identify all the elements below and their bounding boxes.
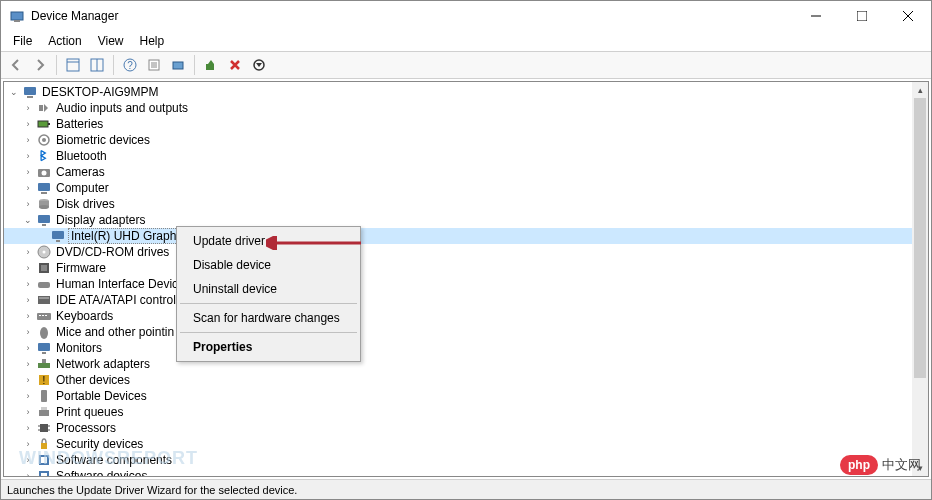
tree-item[interactable]: ›Bluetooth [4,148,928,164]
tree-item-label: Network adapters [54,357,152,371]
expand-icon[interactable]: › [22,454,34,466]
svg-rect-33 [38,215,50,223]
dvd-icon [36,244,52,260]
expand-icon[interactable]: › [22,470,34,477]
context-menu-item[interactable]: Disable device [179,253,358,277]
expand-icon[interactable]: › [22,422,34,434]
tree-item-label: Processors [54,421,118,435]
expand-icon[interactable]: › [22,246,34,258]
tree-child-item[interactable]: Intel(R) UHD Graphics [4,228,928,244]
expand-icon[interactable]: › [22,342,34,354]
tree-item[interactable]: ›Batteries [4,116,928,132]
expand-icon[interactable]: › [22,374,34,386]
tree-root[interactable]: ⌄DESKTOP-AIG9MPM [4,84,928,100]
tree-item-label: DVD/CD-ROM drives [54,245,171,259]
tree-item[interactable]: ›Network adapters [4,356,928,372]
tree-item[interactable]: ›Keyboards [4,308,928,324]
biometric-icon [36,132,52,148]
maximize-button[interactable] [839,1,885,31]
context-menu-item[interactable]: Scan for hardware changes [179,306,358,330]
close-button[interactable] [885,1,931,31]
scrollbar-thumb[interactable] [914,98,926,378]
toolbar-icon-1[interactable] [62,54,84,76]
svg-rect-1 [14,20,20,22]
tree-item[interactable]: ›Firmware [4,260,928,276]
expand-icon[interactable]: › [22,198,34,210]
tree-item[interactable]: ›Human Interface Devic [4,276,928,292]
display-icon [50,228,66,244]
tree-item[interactable]: ›!Other devices [4,372,928,388]
menu-action[interactable]: Action [40,32,89,50]
properties-icon[interactable] [143,54,165,76]
tree-item[interactable]: ⌄Display adapters [4,212,928,228]
expand-icon[interactable]: › [22,102,34,114]
tree-item[interactable]: ›Disk drives [4,196,928,212]
update-driver-icon[interactable] [200,54,222,76]
software-icon [36,452,52,468]
tree-item[interactable]: ›Mice and other pointin [4,324,928,340]
device-tree[interactable]: ⌄DESKTOP-AIG9MPM›Audio inputs and output… [3,81,929,477]
expand-icon[interactable]: › [22,310,34,322]
computer-icon [22,84,38,100]
camera-icon [36,164,52,180]
expand-icon[interactable]: › [22,166,34,178]
svg-rect-55 [41,390,47,402]
tree-item[interactable]: ›Print queues [4,404,928,420]
tree-item[interactable]: ›DVD/CD-ROM drives [4,244,928,260]
tree-item[interactable]: ›Security devices [4,436,928,452]
expand-icon[interactable]: › [22,438,34,450]
tree-item[interactable]: ›Processors [4,420,928,436]
collapse-icon[interactable]: ⌄ [8,86,20,98]
portable-icon [36,388,52,404]
expand-icon[interactable]: › [22,294,34,306]
expand-icon[interactable]: ⌄ [22,214,34,226]
svg-rect-0 [11,12,23,20]
tree-item[interactable]: ›IDE ATA/ATAPI controlle [4,292,928,308]
tree-item[interactable]: ›Software devices [4,468,928,477]
forward-button[interactable] [29,54,51,76]
uninstall-icon[interactable] [224,54,246,76]
context-menu-item[interactable]: Update driver [179,229,358,253]
expand-icon[interactable]: › [22,390,34,402]
tree-item[interactable]: ›Computer [4,180,928,196]
tree-item[interactable]: ›Software components [4,452,928,468]
context-menu-item[interactable]: Properties [179,335,358,359]
toolbar: ? [1,51,931,79]
svg-rect-45 [39,315,41,316]
menu-view[interactable]: View [90,32,132,50]
tree-item-label: Portable Devices [54,389,149,403]
svg-rect-20 [27,96,33,98]
tree-item[interactable]: ›Portable Devices [4,388,928,404]
expand-icon[interactable]: › [22,150,34,162]
tree-item[interactable]: ›Cameras [4,164,928,180]
menu-help[interactable]: Help [132,32,173,50]
expand-icon[interactable]: › [22,278,34,290]
disable-icon[interactable] [248,54,270,76]
tree-item[interactable]: ›Biometric devices [4,132,928,148]
vertical-scrollbar[interactable]: ▴ ▾ [912,82,928,476]
context-menu-item[interactable]: Uninstall device [179,277,358,301]
svg-rect-44 [37,313,51,320]
tree-item[interactable]: ›Audio inputs and outputs [4,100,928,116]
scan-icon[interactable] [167,54,189,76]
expand-icon[interactable]: › [22,182,34,194]
expand-icon[interactable]: › [22,406,34,418]
svg-rect-28 [38,183,50,191]
tree-item-label: Human Interface Devic [54,277,180,291]
help-icon[interactable]: ? [119,54,141,76]
toolbar-icon-2[interactable] [86,54,108,76]
scroll-up-icon[interactable]: ▴ [912,82,928,98]
expand-icon[interactable]: › [22,358,34,370]
back-button[interactable] [5,54,27,76]
expand-icon[interactable]: › [22,134,34,146]
monitor-icon [36,340,52,356]
svg-point-27 [42,171,47,176]
svg-rect-23 [48,123,50,125]
svg-rect-65 [41,457,47,463]
minimize-button[interactable] [793,1,839,31]
expand-icon[interactable]: › [22,326,34,338]
expand-icon[interactable]: › [22,262,34,274]
expand-icon[interactable]: › [22,118,34,130]
tree-item[interactable]: ›Monitors [4,340,928,356]
menu-file[interactable]: File [5,32,40,50]
